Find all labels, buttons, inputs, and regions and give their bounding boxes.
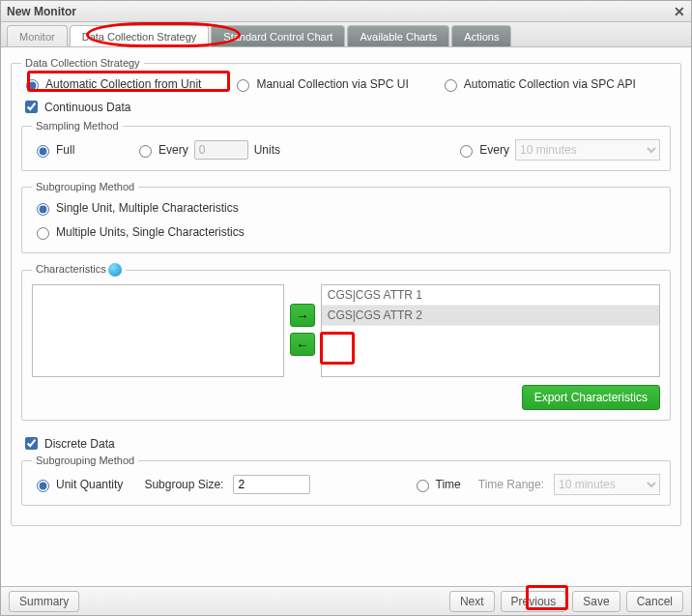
new-monitor-dialog: New Monitor ✕ Monitor Data Collection St… [0,0,692,616]
mode-manual-radio[interactable] [237,79,249,92]
globe-icon [108,263,122,277]
every-units-input[interactable] [194,140,248,160]
tab-actions[interactable]: Actions [451,25,511,46]
save-button[interactable]: Save [572,591,620,612]
mode-api[interactable]: Automatic Collection via SPC API [440,76,636,92]
continuous-data[interactable]: Continuous Data [21,98,130,116]
mode-api-radio[interactable] [445,79,457,92]
mode-auto[interactable]: Automatic Collection from Unit [21,76,201,92]
unit-quantity-radio[interactable] [37,480,49,492]
characteristics-legend: Characteristics [32,263,126,277]
sampling-every-time-radio[interactable] [460,145,473,158]
unit-quantity[interactable]: Unit Quantity [32,477,123,492]
subgroup-multiple-units-radio[interactable] [37,227,49,240]
sampling-full[interactable]: Full [32,142,109,158]
window-title: New Monitor [7,5,76,18]
time-option-radio[interactable] [417,480,429,492]
characteristics-available-list[interactable] [32,284,284,377]
characteristics-selected-list[interactable]: CGS|CGS ATTR 1 CGS|CGS ATTR 2 [321,284,660,377]
subgroup-multiple-units[interactable]: Multiple Units, Single Characteristics [32,224,245,240]
tab-available-charts[interactable]: Available Charts [347,25,449,46]
sampling-every-units-radio[interactable] [139,145,152,158]
sampling-fieldset: Sampling Method Full Every Units [21,120,671,171]
subgroup-size-label: Subgroup Size: [144,478,223,491]
arrow-right-icon: → [296,308,308,323]
list-item[interactable]: CGS|CGS ATTR 2 [322,306,659,326]
mode-auto-radio[interactable] [26,79,39,92]
characteristics-fieldset: Characteristics → ← CGS|CGS ATTR 1 [21,263,671,421]
mode-manual[interactable]: Manual Collection via SPC UI [232,76,408,92]
continuous-data-checkbox[interactable] [25,101,38,113]
content-area: Data Collection Strategy Automatic Colle… [1,47,691,586]
strategy-fieldset: Data Collection Strategy Automatic Colle… [11,57,681,526]
subgroup-size-input[interactable] [233,475,310,494]
every-time-select[interactable]: 10 minutes [515,139,660,161]
subgrouping2-legend: Subgrouping Method [32,455,138,466]
export-characteristics-button[interactable]: Export Characteristics [522,385,660,410]
tabbar: Monitor Data Collection Strategy Standar… [1,22,691,47]
units-label: Units [254,143,280,157]
sampling-full-radio[interactable] [37,145,49,158]
time-option[interactable]: Time [412,477,461,492]
titlebar: New Monitor ✕ [1,1,691,22]
subgrouping1-fieldset: Subgrouping Method Single Unit, Multiple… [21,181,671,253]
discrete-data-checkbox[interactable] [25,437,38,450]
move-right-button[interactable]: → [290,304,315,327]
footer: Summary Next Previous Save Cancel [1,586,691,615]
subgroup-single-unit[interactable]: Single Unit, Multiple Characteristics [32,200,239,216]
sampling-every-units[interactable]: Every [134,142,188,158]
list-item[interactable]: CGS|CGS ATTR 1 [322,285,659,306]
sampling-legend: Sampling Method [32,120,123,132]
discrete-data[interactable]: Discrete Data [21,434,115,453]
arrow-left-icon: ← [296,337,308,352]
time-range-select[interactable]: 10 minutes [554,474,660,495]
strategy-legend: Data Collection Strategy [21,57,144,69]
close-icon[interactable]: ✕ [674,4,685,19]
subgrouping2-fieldset: Subgrouping Method Unit Quantity Subgrou… [21,455,671,506]
tab-standard-control-chart[interactable]: Standard Control Chart [211,25,345,46]
sampling-every-time[interactable]: Every [455,142,509,158]
previous-button[interactable]: Previous [501,591,567,612]
next-button[interactable]: Next [449,591,495,612]
subgrouping1-legend: Subgrouping Method [32,181,138,192]
move-left-button[interactable]: ← [290,333,315,356]
summary-button[interactable]: Summary [9,591,79,612]
time-range-label: Time Range: [478,478,544,491]
cancel-button[interactable]: Cancel [626,591,683,612]
tab-data-collection-strategy[interactable]: Data Collection Strategy [70,25,210,46]
tab-monitor[interactable]: Monitor [7,25,68,46]
subgroup-single-unit-radio[interactable] [37,203,49,216]
